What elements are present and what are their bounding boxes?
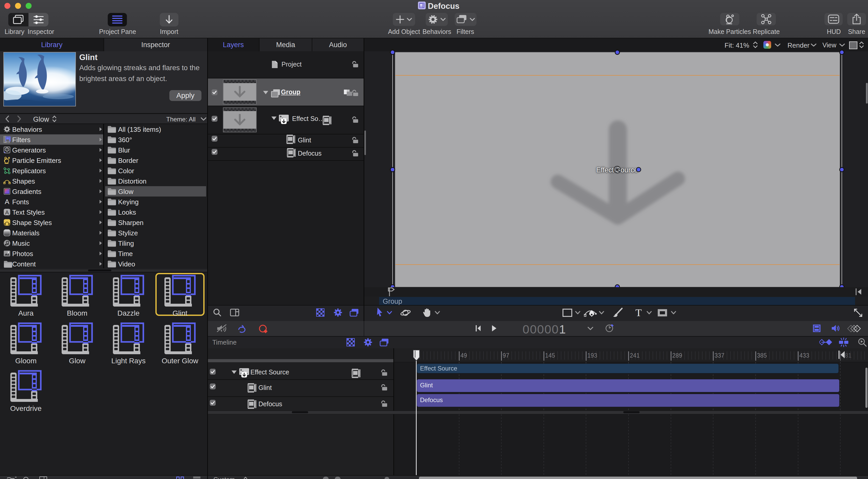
- svg-text:2: 2: [6, 148, 8, 151]
- svg-text:A: A: [5, 209, 9, 216]
- svg-text:A: A: [5, 198, 9, 205]
- svg-text:T: T: [636, 308, 642, 317]
